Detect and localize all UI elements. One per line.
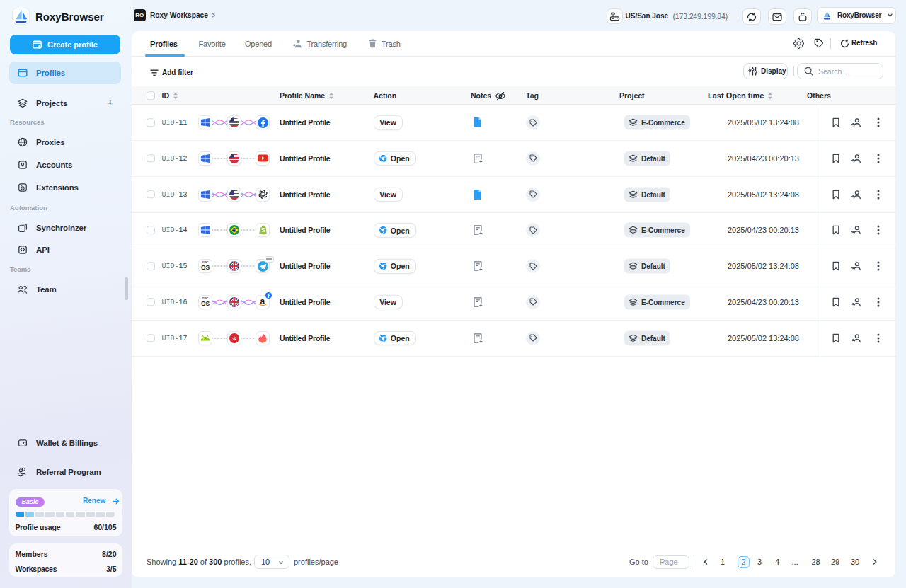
svg-text:S: S [261,227,265,234]
